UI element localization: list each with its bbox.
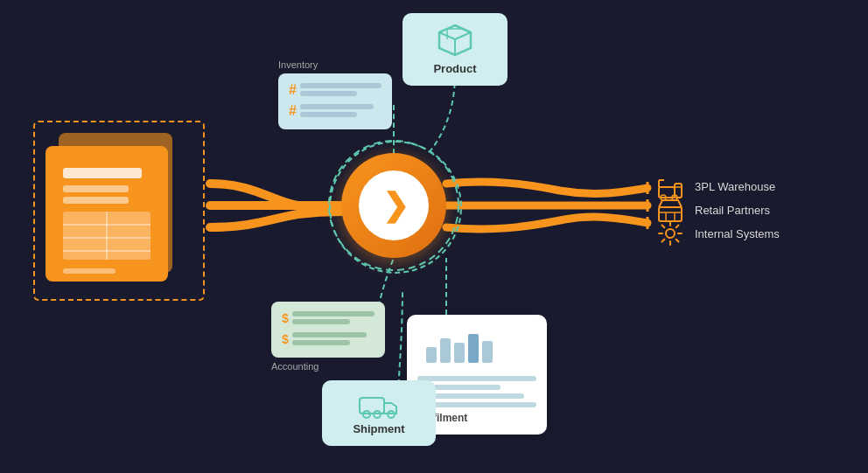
dollar-icon-2: $ — [282, 332, 289, 346]
document-icon — [37, 124, 199, 295]
gear-icon — [654, 218, 686, 249]
svg-point-41 — [666, 229, 675, 238]
accounting-label: Accounting — [271, 361, 385, 372]
dollar-icon-1: $ — [282, 311, 289, 325]
inventory-card: Inventory # # — [278, 59, 392, 129]
internal-label: Internal Systems — [695, 227, 780, 240]
product-card: Product — [402, 13, 508, 86]
svg-rect-14 — [63, 268, 116, 274]
shipment-card: Shipment — [322, 380, 436, 446]
box-icon — [436, 24, 474, 57]
center-hub: ❯ — [341, 153, 446, 258]
diagram-container: ❯ Inventory # # — [0, 0, 868, 473]
svg-rect-25 — [482, 341, 493, 363]
svg-line-17 — [455, 32, 471, 39]
product-label: Product — [433, 62, 476, 75]
shipment-label: Shipment — [353, 422, 404, 435]
svg-rect-24 — [468, 334, 479, 363]
svg-rect-7 — [63, 185, 129, 192]
svg-rect-6 — [63, 168, 142, 178]
svg-rect-22 — [440, 338, 451, 363]
bar-chart-icon — [417, 325, 505, 365]
svg-rect-8 — [63, 197, 129, 204]
accounting-card: $ $ Accounting — [271, 302, 385, 372]
3pl-label: 3PL Warehouse — [695, 180, 775, 193]
svg-rect-21 — [426, 347, 437, 363]
svg-rect-26 — [360, 398, 384, 414]
output-internal: Internal Systems — [654, 218, 780, 249]
hash-icon-1: # — [289, 82, 297, 98]
shipment-icon — [358, 391, 400, 419]
hash-icon-2: # — [289, 103, 297, 119]
svg-rect-23 — [454, 343, 465, 363]
retail-label: Retail Partners — [695, 204, 770, 217]
inventory-label: Inventory — [278, 59, 392, 70]
